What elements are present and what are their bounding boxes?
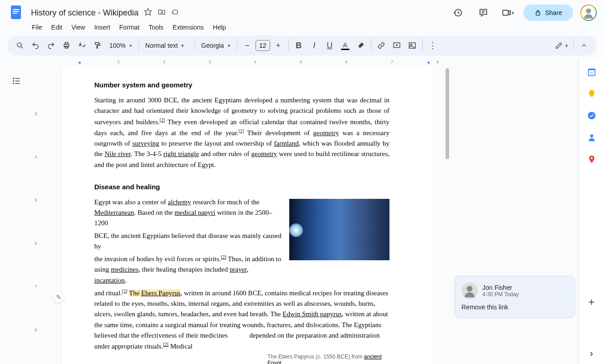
svg-point-33	[590, 157, 592, 159]
calendar-icon[interactable]: 31	[586, 66, 597, 77]
zoom-select[interactable]: 100%▾	[106, 40, 136, 51]
svg-line-11	[21, 46, 23, 48]
side-panel: 31 + ›	[578, 59, 604, 364]
add-icon[interactable]: +	[586, 297, 597, 308]
hide-menus-icon[interactable]	[577, 38, 591, 53]
svg-rect-13	[65, 42, 68, 44]
docs-logo[interactable]	[7, 4, 26, 22]
heading-disease: Disease and healing	[94, 183, 389, 191]
svg-rect-1	[13, 9, 19, 10]
svg-marker-4	[145, 9, 152, 15]
share-button[interactable]: Share	[523, 5, 573, 21]
tasks-icon[interactable]	[586, 110, 597, 121]
svg-point-10	[17, 43, 21, 47]
edit-mode-icon[interactable]: ▾	[553, 38, 571, 53]
image-caption: The Ebers Papyrus (c. 1550 BCE) from anc…	[267, 354, 389, 364]
spellcheck-icon[interactable]	[75, 38, 89, 53]
comment-sidebar: Jon Fisher 4:30 PM Today Remove this lin…	[451, 59, 578, 364]
decrease-font-icon[interactable]: −	[240, 38, 255, 53]
account-avatar[interactable]	[580, 5, 597, 21]
menu-file[interactable]: File	[28, 22, 46, 33]
star-icon[interactable]	[144, 8, 152, 18]
indent-marker-right[interactable]: ▾	[427, 60, 430, 66]
paint-format-icon[interactable]	[90, 38, 105, 53]
menubar: File Edit View Insert Format Tools Exten…	[0, 22, 604, 35]
font-size-input[interactable]	[256, 40, 270, 51]
menu-edit[interactable]: Edit	[48, 22, 66, 33]
document-title[interactable]: History of science - Wikipedia	[29, 7, 140, 19]
share-label: Share	[545, 9, 562, 16]
edit-indicator-icon[interactable]: ✎	[53, 292, 64, 303]
maps-icon[interactable]	[586, 154, 597, 165]
search-icon[interactable]	[13, 38, 27, 53]
highlighted-text: The Ebers Papyrus	[129, 289, 180, 297]
menu-format[interactable]: Format	[116, 22, 143, 33]
menu-insert[interactable]: Insert	[91, 22, 114, 33]
scrollbar[interactable]	[445, 68, 449, 159]
toolbar: 100%▾ Normal text▾ Georgia▾ − + B I U A …	[7, 35, 597, 56]
print-icon[interactable]	[59, 38, 74, 53]
undo-icon[interactable]	[28, 38, 43, 53]
comment-time: 4:30 PM Today	[482, 291, 519, 298]
highlight-icon[interactable]	[353, 38, 368, 53]
document-image[interactable]	[289, 199, 389, 260]
menu-tools[interactable]: Tools	[145, 22, 167, 33]
link-icon[interactable]	[374, 38, 389, 53]
document-area[interactable]: ▾ 1 2 3 4 5 6 7 ▾ 8 ✎ Number system and …	[44, 59, 451, 364]
vertical-ruler: 3 4 5 6 7 8	[33, 59, 44, 364]
comment-avatar	[461, 283, 478, 299]
bold-icon[interactable]: B	[292, 38, 306, 53]
comment-card[interactable]: Jon Fisher 4:30 PM Today Remove this lin…	[455, 276, 575, 318]
outline-icon[interactable]	[8, 73, 25, 89]
horizontal-ruler[interactable]: ▾ 1 2 3 4 5 6 7 ▾ 8	[44, 59, 451, 66]
svg-rect-3	[13, 13, 17, 14]
svg-rect-0	[11, 5, 21, 19]
move-icon[interactable]	[158, 8, 166, 18]
svg-point-32	[590, 134, 593, 137]
svg-rect-9	[536, 12, 540, 15]
redo-icon[interactable]	[44, 38, 58, 53]
svg-point-23	[13, 81, 14, 81]
page[interactable]: ✎ Number system and geometry Starting in…	[61, 66, 433, 364]
svg-rect-2	[13, 11, 19, 12]
text-color-icon[interactable]: A	[338, 38, 353, 53]
image-icon[interactable]	[405, 38, 420, 53]
svg-rect-8	[502, 10, 508, 15]
hide-panel-icon[interactable]: ›	[586, 348, 597, 359]
svg-rect-15	[95, 42, 99, 45]
paragraph: and ritual.[2] The Ebers Papyrus, writte…	[94, 288, 389, 352]
menu-view[interactable]: View	[68, 22, 89, 33]
add-comment-icon[interactable]	[389, 38, 404, 53]
more-icon[interactable]: ⋮	[425, 38, 440, 53]
svg-point-31	[588, 112, 595, 120]
contacts-icon[interactable]	[586, 132, 597, 143]
svg-point-21	[13, 78, 14, 79]
svg-rect-30	[590, 96, 593, 97]
italic-icon[interactable]: I	[307, 38, 322, 53]
increase-font-icon[interactable]: +	[271, 38, 286, 53]
svg-text:31: 31	[589, 71, 593, 75]
menu-help[interactable]: Help	[209, 22, 230, 33]
history-icon[interactable]	[449, 4, 467, 22]
comment-icon[interactable]	[474, 4, 492, 22]
indent-marker-left[interactable]: ▾	[78, 60, 81, 66]
comment-author: Jon Fisher	[482, 284, 519, 291]
meet-icon[interactable]: ▾	[500, 4, 516, 22]
heading-number-system: Number system and geometry	[94, 81, 389, 89]
comment-text: Remove this link	[461, 303, 568, 311]
keep-icon[interactable]	[586, 88, 597, 99]
paragraph: Starting in around 3000 BCE, the ancient…	[94, 95, 389, 170]
menu-extensions[interactable]: Extensions	[169, 22, 207, 33]
style-select[interactable]: Normal text▾	[142, 40, 192, 51]
font-select[interactable]: Georgia▾	[198, 40, 234, 51]
underline-icon[interactable]: U	[322, 38, 337, 53]
svg-point-25	[13, 83, 14, 84]
cloud-icon[interactable]	[171, 8, 179, 18]
